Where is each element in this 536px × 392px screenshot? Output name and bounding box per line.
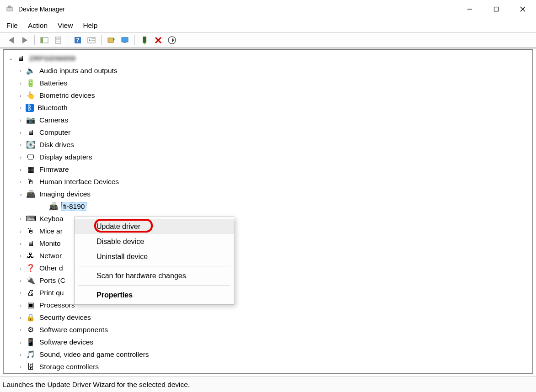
- menu-help[interactable]: Help: [83, 21, 97, 30]
- toolbar-hidden-devices-button[interactable]: [118, 34, 131, 46]
- chevron-icon[interactable]: ›: [17, 105, 24, 111]
- menu-view[interactable]: View: [58, 21, 73, 30]
- svg-marker-23: [143, 42, 146, 44]
- context-update-driver[interactable]: Update driver: [75, 219, 234, 234]
- chevron-icon[interactable]: ›: [17, 339, 24, 345]
- toolbar-console-tree-button[interactable]: [38, 34, 51, 46]
- minimize-button[interactable]: [456, 0, 483, 18]
- keyboard-icon: ⌨: [26, 214, 36, 223]
- chevron-icon[interactable]: ⌄: [7, 55, 14, 61]
- chevron-icon[interactable]: ›: [17, 278, 24, 283]
- svg-rect-8: [55, 37, 61, 43]
- device-tree[interactable]: ⌄🖥ZRFGD56959›🔈Audio inputs and outputs›🔋…: [4, 50, 532, 373]
- tree-category-node[interactable]: ›💽Disk drives: [17, 138, 532, 151]
- chevron-icon[interactable]: ›: [17, 142, 24, 148]
- chevron-icon[interactable]: ›: [17, 80, 24, 86]
- display-adapter-icon: 🖵: [26, 153, 36, 162]
- chevron-icon[interactable]: ›: [17, 130, 24, 135]
- tree-category-node[interactable]: ›👆Biometric devices: [17, 89, 532, 101]
- toolbar-separator: [34, 35, 35, 45]
- chevron-icon[interactable]: ›: [17, 167, 24, 172]
- tree-category-node[interactable]: ›🖥Computer: [17, 126, 532, 138]
- tree-category-node[interactable]: ›🗄Storage controllers: [17, 360, 532, 373]
- tree-node-label: Processors: [38, 301, 76, 309]
- context-properties[interactable]: Properties: [75, 287, 234, 302]
- speaker-icon: 🔈: [26, 66, 36, 75]
- tree-node-label: Batteries: [38, 79, 68, 87]
- chevron-icon[interactable]: ›: [17, 241, 24, 246]
- fingerprint-icon: 👆: [26, 91, 36, 100]
- chevron-icon[interactable]: ›: [17, 290, 24, 296]
- toolbar-forward-button[interactable]: [18, 34, 31, 46]
- tree-node-label: Disk drives: [38, 141, 75, 149]
- tree-category-node[interactable]: ›🔒Security devices: [17, 311, 532, 323]
- close-button[interactable]: [509, 0, 536, 18]
- context-menu: Update driver Disable device Uninstall d…: [74, 217, 234, 305]
- computer-icon: 🖥: [26, 128, 36, 137]
- toolbar-separator: [68, 35, 68, 45]
- update-driver-icon: [107, 36, 115, 44]
- tree-category-node[interactable]: ›🖱Human Interface Devices: [17, 175, 532, 188]
- toolbar-enable-button[interactable]: [138, 34, 151, 46]
- chevron-icon[interactable]: ›: [17, 68, 24, 74]
- chevron-icon[interactable]: ›: [17, 216, 24, 222]
- context-uninstall-device[interactable]: Uninstall device: [75, 249, 234, 264]
- chevron-icon[interactable]: ›: [17, 93, 24, 98]
- tree-root-node[interactable]: ⌄🖥ZRFGD56959: [7, 52, 532, 64]
- chevron-icon[interactable]: ›: [17, 253, 24, 259]
- tree-node-label: Storage controllers: [38, 363, 100, 371]
- tree-category-node[interactable]: ›🎵Sound, video and game controllers: [17, 348, 532, 360]
- toolbar-back-button[interactable]: [5, 34, 17, 46]
- chevron-icon[interactable]: ›: [17, 327, 24, 333]
- chevron-icon[interactable]: ›: [17, 154, 24, 160]
- tree-node-label: Sound, video and game controllers: [38, 350, 150, 359]
- chevron-icon[interactable]: ›: [17, 364, 24, 370]
- chevron-icon[interactable]: ›: [17, 302, 24, 308]
- chevron-icon[interactable]: ›: [17, 265, 24, 271]
- tree-node-label: Software components: [38, 326, 109, 334]
- processor-icon: ▣: [26, 301, 36, 310]
- disable-device-icon: [155, 37, 162, 44]
- chevron-icon[interactable]: ⌄: [17, 191, 24, 197]
- menu-action[interactable]: Action: [28, 21, 48, 30]
- toolbar-disable-button[interactable]: [152, 34, 165, 46]
- chevron-icon[interactable]: ›: [17, 179, 24, 185]
- context-disable-device[interactable]: Disable device: [75, 234, 234, 249]
- chevron-icon[interactable]: ›: [17, 315, 24, 320]
- forward-arrow-icon: [22, 37, 27, 43]
- tree-node-label: fi-8190: [61, 202, 86, 211]
- tree-category-node[interactable]: ›📷Cameras: [17, 114, 532, 126]
- tree-category-node[interactable]: ›🔋Batteries: [17, 77, 532, 89]
- tree-category-node[interactable]: ⌄📠Imaging devices: [17, 188, 532, 200]
- camera-icon: 📷: [26, 116, 36, 125]
- pc-icon: 🖥: [16, 54, 26, 63]
- tree-category-node[interactable]: ›⚙Software components: [17, 323, 532, 336]
- tree-node-label: Software devices: [38, 338, 94, 346]
- maximize-button[interactable]: [483, 0, 509, 18]
- tree-category-node[interactable]: ›📱Software devices: [17, 336, 532, 348]
- disk-icon: 💽: [26, 140, 36, 149]
- tree-node-label: Audio inputs and outputs: [38, 67, 118, 75]
- tree-category-node[interactable]: ›▦Firmware: [17, 163, 532, 175]
- tree-device-node[interactable]: 📠fi-8190: [40, 200, 532, 212]
- toolbar-update-driver-button[interactable]: [105, 34, 118, 46]
- svg-rect-1: [8, 6, 11, 7]
- toolbar-action-button[interactable]: [85, 34, 98, 46]
- tree-category-node[interactable]: ›🔈Audio inputs and outputs: [17, 64, 532, 77]
- chevron-icon[interactable]: ›: [17, 228, 24, 234]
- chevron-icon[interactable]: ›: [17, 117, 24, 123]
- context-scan-hardware[interactable]: Scan for hardware changes: [75, 268, 234, 283]
- tree-category-node[interactable]: ›🖵Display adapters: [17, 151, 532, 163]
- toolbar-help-button[interactable]: ?: [71, 34, 84, 46]
- toolbar-properties-button[interactable]: [52, 34, 64, 46]
- menu-file[interactable]: File: [6, 21, 18, 30]
- show-hidden-devices-icon: [121, 37, 129, 44]
- toolbar-scan-button[interactable]: [166, 34, 178, 46]
- show-hide-console-tree-icon: [40, 37, 48, 44]
- software-component-icon: ⚙: [26, 325, 36, 334]
- tree-node-label: Ports (C: [38, 276, 66, 285]
- mouse-icon: 🖱: [26, 227, 36, 236]
- tree-category-node[interactable]: ›ᛒBluetooth: [17, 101, 532, 114]
- chevron-icon[interactable]: ›: [17, 352, 24, 357]
- svg-rect-3: [494, 7, 498, 11]
